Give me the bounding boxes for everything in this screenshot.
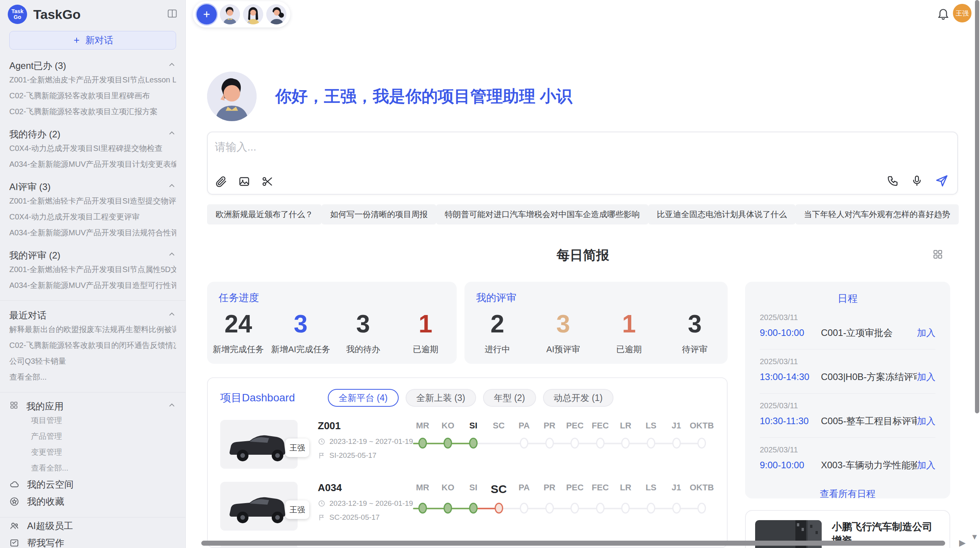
project-dates: 2023-12-19 ~ 2026-01-19 xyxy=(329,499,413,508)
sidebar-conversation-item[interactable]: A034-全新新能源MUV产品开发项目法规符合性评审 xyxy=(9,225,176,241)
milestone-dot xyxy=(697,503,706,514)
app-logo: Task Go xyxy=(8,5,27,24)
milestone-label: OKTB xyxy=(689,483,714,496)
milestone-label: SI xyxy=(461,483,486,496)
notifications-bell-icon[interactable] xyxy=(937,7,950,22)
clock-icon xyxy=(318,500,326,507)
sidebar-app-item[interactable]: 产品管理 xyxy=(9,428,176,444)
suggestion-chip[interactable]: 特朗普可能对进口汽车增税会对中国车企造成哪些影响 xyxy=(436,204,648,224)
join-event-link[interactable]: 加入 xyxy=(917,415,935,427)
sidebar-item-my-apps[interactable]: 我的应用 xyxy=(9,400,176,413)
project-row[interactable]: 王强 A034 2023-12-19 ~ 2026-01-19 SC-2025-… xyxy=(220,482,714,531)
milestone-dot xyxy=(596,438,605,449)
layout-grid-icon[interactable] xyxy=(932,248,944,262)
milestone-label: J1 xyxy=(664,483,689,496)
milestone-label: PA xyxy=(511,421,537,431)
sidebar-tool-label: 帮我写作 xyxy=(27,537,64,548)
project-owner-badge: 王强 xyxy=(285,438,309,457)
sidebar-conversation-item[interactable]: A034-全新新能源MUV产品开发项目造型可行性评审 xyxy=(9,277,176,293)
microphone-icon[interactable] xyxy=(911,175,923,187)
send-icon[interactable] xyxy=(935,174,949,188)
sidebar-section-header[interactable]: 我的待办 (2) xyxy=(9,128,176,140)
project-dashboard-card: 项目Dashboard 全新平台 (4)全新上装 (3)年型 (2)动总开发 (… xyxy=(207,377,728,548)
scroll-down-arrow-icon[interactable]: ▼ xyxy=(971,533,978,541)
agent-avatar-1[interactable] xyxy=(220,4,240,24)
suggestion-chip[interactable]: 如何写一份清晰的项目周报 xyxy=(322,204,436,224)
schedule-event: 2025/03/11 9:00-10:00 C001-立项审批会 加入 xyxy=(760,305,935,349)
section-title: 最近对话 xyxy=(9,309,46,322)
task-progress-stats: 24新增完成任务3新增AI完成任务3我的待办1已逾期 xyxy=(207,310,457,355)
clock-icon xyxy=(318,438,326,445)
agent-avatar-2[interactable] xyxy=(243,4,263,24)
image-icon[interactable] xyxy=(238,175,250,188)
sidebar-section-header[interactable]: AI评审 (3) xyxy=(9,181,176,193)
sidebar-tool-item[interactable]: 帮我写作 xyxy=(9,534,176,548)
milestone-dot xyxy=(672,503,681,514)
sidebar-item-1[interactable]: 我的收藏 xyxy=(9,493,176,510)
dashboard-tab[interactable]: 动总开发 (1) xyxy=(543,389,614,407)
phone-icon[interactable] xyxy=(887,175,899,187)
vertical-scrollbar[interactable] xyxy=(975,0,979,413)
sidebar-conversation-item[interactable]: Z001-全新燃油轻卡产品开发项目SI造型提交物评审 xyxy=(9,193,176,209)
agent-quick-bar xyxy=(193,1,290,27)
sidebar-app-item[interactable]: 变更管理 xyxy=(9,444,176,460)
sidebar-conversation-item[interactable]: 查看全部... xyxy=(9,369,176,385)
stat-block: 3我的待办 xyxy=(332,310,394,355)
milestone-label: MR xyxy=(410,421,435,431)
sidebar-collapse-icon[interactable] xyxy=(167,8,178,21)
project-row[interactable]: 王强 Z001 2023-12-19 ~ 2027-01-19 SI-2025-… xyxy=(220,420,714,469)
sidebar-conversation-item[interactable]: C0X4-动力总成开发项目SI里程碑提交物检查 xyxy=(9,140,176,156)
suggestion-chips: 欧洲新规最近颁布了什么？如何写一份清晰的项目周报特朗普可能对进口汽车增税会对中国… xyxy=(207,204,958,224)
sidebar-section-header[interactable]: 最近对话 xyxy=(9,309,176,322)
sidebar-section-header[interactable]: 我的评审 (2) xyxy=(9,249,176,262)
user-avatar[interactable]: 王强 xyxy=(953,4,971,22)
sidebar-sections: Agent已办 (3)Z001-全新燃油皮卡产品开发项目SI节点Lesson L… xyxy=(0,50,185,548)
schedule-event: 2025/03/11 10:30-11:30 C005-整车工程目标评审 加入 xyxy=(760,393,935,437)
join-event-link[interactable]: 加入 xyxy=(917,371,935,383)
sidebar-conversation-item[interactable]: 解释最新出台的欧盟报废车法规再生塑料比例被调至15%... xyxy=(9,322,176,337)
suggestion-chip[interactable]: 比亚迪全固态电池计划具体说了什么 xyxy=(648,204,795,224)
suggestion-chip[interactable]: 欧洲新规最近颁布了什么？ xyxy=(207,204,322,224)
section-title: 我的待办 (2) xyxy=(9,128,60,140)
project-dates: 2023-12-19 ~ 2027-01-19 xyxy=(329,437,413,446)
sidebar-tool-item[interactable]: AI超级员工 xyxy=(9,517,176,534)
sidebar-item-0[interactable]: 我的云空间 xyxy=(9,476,176,493)
scissors-icon[interactable] xyxy=(261,175,274,188)
project-code: Z001 xyxy=(318,420,410,432)
my-review-card: 我的评审 2进行中3AI预评审1已逾期3待评审 xyxy=(464,282,728,364)
sidebar-conversation-item[interactable]: C02-飞腾新能源轻客改款项目里程碑画布 xyxy=(9,88,176,104)
agent-avatar-3[interactable] xyxy=(266,4,286,24)
milestone-label: LS xyxy=(638,421,664,431)
stat-value: 24 xyxy=(207,310,269,338)
scroll-right-arrow-icon[interactable]: ▶ xyxy=(959,538,966,548)
sidebar-app-item[interactable]: 项目管理 xyxy=(9,413,176,428)
join-event-link[interactable]: 加入 xyxy=(917,459,935,471)
sidebar-conversation-item[interactable]: Z001-全新燃油皮卡产品开发项目SI节点Lesson Learn报告 xyxy=(9,72,176,88)
sidebar-conversation-item[interactable]: C0X4-动力总成开发项目工程变更评审 xyxy=(9,209,176,225)
stat-label: 进行中 xyxy=(464,344,530,355)
chat-input[interactable] xyxy=(215,139,757,156)
dashboard-tab[interactable]: 年型 (2) xyxy=(483,389,536,407)
sidebar-conversation-item[interactable]: A034-全新新能源MUV产品开发项目计划变更表编写 xyxy=(9,156,176,172)
sidebar-section-header[interactable]: Agent已办 (3) xyxy=(9,60,176,72)
new-chat-button[interactable]: 新对话 xyxy=(9,31,176,50)
schedule-event: 2025/03/11 9:00-10:00 X003-车辆动力学性能验... 加… xyxy=(760,437,935,481)
suggestion-chip[interactable]: 当下年轻人对汽车外观有怎样的喜好趋势 xyxy=(795,204,959,224)
sidebar-conversation-item[interactable]: C02-飞腾新能源轻客改款项目的闭环通告反馈情况 xyxy=(9,337,176,353)
event-time: 10:30-11:30 xyxy=(760,416,821,426)
attachment-icon[interactable] xyxy=(215,175,227,188)
dashboard-tab[interactable]: 全新平台 (4) xyxy=(328,389,399,407)
milestone-dot xyxy=(621,503,630,514)
chevron-up-icon xyxy=(168,129,176,137)
sidebar-app-item[interactable]: 查看全部... xyxy=(9,460,176,476)
sidebar-conversation-item[interactable]: C02-飞腾新能源轻客改款项目立项汇报方案 xyxy=(9,104,176,120)
view-all-schedule-link[interactable]: 查看所有日程 xyxy=(760,488,935,500)
cloud-space-icon xyxy=(9,480,19,490)
stat-label: 新增AI完成任务 xyxy=(269,344,332,355)
sidebar-conversation-item[interactable]: Z001-全新燃油轻卡产品开发项目SI节点属性5D文件评审 xyxy=(9,262,176,277)
horizontal-scrollbar[interactable] xyxy=(201,541,945,546)
sidebar-conversation-item[interactable]: 公司Q3轻卡销量 xyxy=(9,353,176,369)
dashboard-tab[interactable]: 全新上装 (3) xyxy=(406,389,476,407)
add-agent-button[interactable] xyxy=(197,4,217,24)
join-event-link[interactable]: 加入 xyxy=(917,327,935,339)
